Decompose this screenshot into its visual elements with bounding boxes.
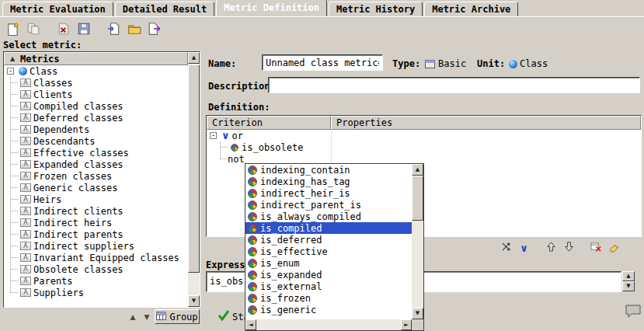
scroll-left-icon[interactable]: ◄ [245,319,256,330]
tree-item-indirect-heirs[interactable]: Indirect heirs [4,217,188,228]
tree-item-frozen-classes[interactable]: Frozen classes [4,170,188,182]
dropdown-vertical-scrollbar[interactable]: ▲ ▼ [412,164,423,319]
tree-item-label: Effective classes [33,148,129,159]
tree-item-label: Invariant Equipped classes [33,253,179,263]
new-metric-icon [6,22,20,38]
tree-item-generic-classes[interactable]: Generic classes [4,182,188,193]
tree-vertical-scrollbar[interactable]: ▲ ▼ [188,52,200,307]
scroll-up-icon[interactable]: ▲ [622,271,635,281]
scroll-up-icon[interactable]: ▲ [188,52,200,64]
move-metric-up-button[interactable]: ▲ [127,311,139,323]
metrics-column-header[interactable]: ▲ Metrics [4,52,188,65]
tree-item-label: Classes [33,78,73,89]
delete-criterion-button[interactable] [587,240,605,256]
export-metrics-button[interactable] [144,20,165,39]
dropdown-item-is-expanded[interactable]: is_expanded [245,269,412,280]
delete-metric-icon [57,22,71,38]
criterion-row-is-obsolete[interactable]: is_obsolete [217,141,641,153]
dropdown-item-indirect-parent-is[interactable]: indirect_parent_is [245,199,412,211]
tree-item-suppliers[interactable]: Suppliers [4,287,188,298]
swap-criteria-button[interactable] [497,240,515,256]
metric-icon [20,137,31,145]
tree-item-clients[interactable]: Clients [4,89,188,100]
or-operator-icon: ∨ [221,131,230,140]
tree-item-dependents[interactable]: Dependents [4,124,188,135]
tree-item-effective-classes[interactable]: Effective classes [4,147,188,159]
tree-item-indirect-clients[interactable]: Indirect clients [4,205,188,217]
scroll-up-icon[interactable]: ▲ [412,164,423,176]
scroll-down-icon[interactable]: ▼ [412,308,423,319]
branch-line [11,152,18,153]
metric-icon [20,125,31,134]
save-metric-button[interactable] [74,20,94,39]
import-metrics-button[interactable] [104,20,124,39]
dropdown-horizontal-scrollbar[interactable]: ◄ ► [245,319,412,330]
tree-item-parents[interactable]: Parents [4,275,188,287]
scroll-down-icon[interactable]: ▼ [188,295,200,307]
tree-item-heirs[interactable]: Heirs [4,193,188,205]
tree-children: Classes Clients Compiled classes Deferre… [4,77,188,298]
criterion-icon [248,259,257,268]
dropdown-item-label: is_deferred [260,235,322,246]
collapse-icon[interactable]: - [7,68,14,75]
tab-metric-definition[interactable]: Metric Definition [216,0,327,16]
metric-icon [20,242,31,250]
dropdown-item-is-effective[interactable]: is_effective [245,246,412,257]
erase-criterion-button[interactable] [605,240,623,256]
move-criterion-up-button[interactable] [542,240,560,256]
move-metric-down-button[interactable]: ▼ [141,311,153,323]
tree-item-deferred-classes[interactable]: Deferred classes [4,112,188,124]
tab-metric-history[interactable]: Metric History [329,2,423,16]
tab-detailed-result[interactable]: Detailed Result [115,2,214,16]
dropdown-item-is-generic[interactable]: is_generic [245,304,412,315]
move-criterion-down-button[interactable] [560,240,578,256]
new-metric-button[interactable] [3,20,23,39]
dropdown-item-label: is_compiled [260,223,322,234]
tree-item-indirect-suppliers[interactable]: Indirect suppliers [4,240,188,252]
tree-item-expanded-classes[interactable]: Expanded classes [4,159,188,170]
dropdown-item-label: indexing_has_tag [260,176,350,187]
group-button[interactable]: Group [155,309,200,324]
tree-item-compiled-classes[interactable]: Compiled classes [4,100,188,112]
dropdown-item-indexing-has-tag[interactable]: indexing_has_tag [245,176,412,187]
tab-metric-evaluation[interactable]: Metric Evaluation [2,2,113,16]
tree-item-indirect-parents[interactable]: Indirect parents [4,228,188,240]
dropdown-item-is-external[interactable]: is_external [245,280,412,292]
collapse-icon[interactable]: - [210,132,217,139]
tree-item-classes[interactable]: Classes [4,77,188,89]
criterion-label: is_obsolete [242,142,303,153]
criterion-column-header[interactable]: Criterion [207,116,331,130]
comment-bubble-icon[interactable] [625,304,642,321]
tree-item-obsolete-classes[interactable]: Obsolete classes [4,263,188,275]
dropdown-item-is-always-compiled[interactable]: is_always_compiled [245,211,412,222]
delete-metric-button[interactable] [54,20,74,39]
dropdown-item-is-enum[interactable]: is_enum [245,257,412,269]
criterion-label: not [228,154,245,165]
scroll-down-icon[interactable]: ▼ [622,281,635,291]
dropdown-item-indirect-heir-is[interactable]: indirect_heir_is [245,187,412,199]
duplicate-metric-button[interactable] [23,20,44,39]
metric-icon [20,78,31,87]
name-input[interactable] [262,54,383,71]
metric-icon [20,253,31,262]
dropdown-item-is-frozen[interactable]: is_frozen [245,292,412,304]
or-operator-button[interactable]: ∨ [515,240,533,256]
dropdown-scrollbar-thumb[interactable] [412,176,423,221]
branch-line [11,269,18,270]
scroll-right-icon[interactable]: ► [401,319,412,330]
dropdown-item-is-deferred[interactable]: is_deferred [245,234,412,246]
description-input[interactable] [268,77,640,93]
tab-metric-archive[interactable]: Metric Archive [424,2,518,16]
criterion-row-or[interactable]: - ∨ or [207,130,641,141]
tree-item-invariant-equipped-classes[interactable]: Invariant Equipped classes [4,252,188,263]
metric-icon [20,288,31,297]
dropdown-item-indexing-contain[interactable]: indexing_contain [245,164,412,176]
tree-item-label: Heirs [33,194,61,205]
open-archive-folder-button[interactable] [124,20,144,39]
tree-root-class[interactable]: - Class [4,65,188,77]
branch-line [11,211,18,211]
tree-item-descendants[interactable]: Descendants [4,135,188,147]
tree-scrollbar-thumb[interactable] [188,64,200,273]
dropdown-item-is-compiled[interactable]: is_compiled [245,222,412,234]
properties-column-header[interactable]: Properties [331,116,641,130]
